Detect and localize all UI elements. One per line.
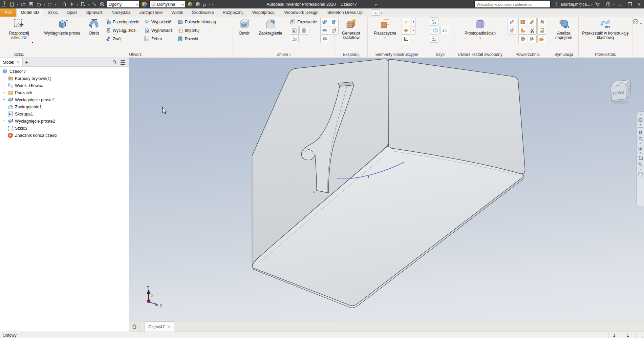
save-button[interactable] bbox=[27, 0, 35, 8]
panel-label-szkic[interactable]: Szkic bbox=[0, 51, 38, 58]
adjust-appearance-button[interactable] bbox=[186, 0, 194, 8]
search-icon[interactable] bbox=[112, 60, 117, 65]
axis-button[interactable] bbox=[402, 18, 410, 26]
combine-button[interactable] bbox=[320, 18, 329, 26]
maximize-button[interactable] bbox=[625, 0, 635, 8]
tree-item-extrusion2[interactable]: Wyciągnięcie proste2 bbox=[0, 118, 129, 125]
fit-mesh-button[interactable] bbox=[537, 18, 546, 26]
help-dropdown[interactable] bbox=[612, 2, 616, 7]
ribbon-options-dropdown[interactable] bbox=[640, 20, 642, 26]
tree-item-end-of-part[interactable]: Znacznik końca części bbox=[0, 132, 129, 139]
panel-label-powierzchnia[interactable]: Powierzchnia bbox=[506, 51, 549, 58]
extrude-button[interactable]: Wyciągnięcie proste bbox=[40, 18, 85, 36]
open-button[interactable] bbox=[19, 0, 27, 8]
tab-zarzadzanie[interactable]: Zarządzanie bbox=[135, 8, 167, 17]
appearance-combobox[interactable]: Domyślna bbox=[149, 1, 185, 8]
add-quick-access-button[interactable]: + bbox=[208, 2, 211, 7]
patch-button[interactable] bbox=[508, 18, 516, 26]
drawing-button[interactable] bbox=[79, 0, 87, 8]
help-button[interactable] bbox=[604, 0, 612, 8]
zoom-button[interactable] bbox=[637, 135, 644, 141]
undo-dropdown[interactable] bbox=[43, 2, 46, 7]
add-browser-tab-button[interactable]: + bbox=[23, 58, 31, 66]
navigation-wheel-button[interactable] bbox=[637, 117, 644, 123]
navbar-close-button[interactable] bbox=[637, 112, 644, 117]
navbar-collapse-button[interactable] bbox=[637, 171, 644, 177]
close-icon[interactable] bbox=[17, 60, 20, 65]
stress-analysis-button[interactable]: Analiza naprężeń bbox=[550, 18, 578, 40]
ruled-surface-button[interactable] bbox=[518, 26, 527, 35]
orbit-dropdown[interactable] bbox=[637, 151, 644, 154]
sketch-point[interactable] bbox=[368, 176, 369, 178]
emboss-button[interactable]: Wypukłość bbox=[144, 18, 173, 26]
sketch-driven-pattern-button[interactable] bbox=[430, 34, 438, 43]
shell-button[interactable] bbox=[290, 26, 299, 35]
trim-button[interactable] bbox=[528, 26, 537, 35]
mirror-button[interactable] bbox=[441, 26, 449, 34]
close-button[interactable] bbox=[635, 0, 644, 8]
tab-opisz[interactable]: Opisz bbox=[62, 8, 82, 17]
decal-button[interactable]: Pokrycie bitmapą bbox=[177, 18, 216, 26]
tree-item-shell1[interactable]: Skorupa1 bbox=[0, 110, 129, 118]
panel-label-zmien[interactable]: Zmień bbox=[233, 51, 335, 58]
help-search-input[interactable] bbox=[474, 1, 551, 8]
hole-button[interactable]: Otwór bbox=[234, 18, 254, 36]
user-avatar[interactable] bbox=[553, 0, 560, 8]
appearance-wheel-button[interactable] bbox=[141, 0, 148, 8]
document-tab[interactable]: Część47 bbox=[145, 321, 174, 332]
coil-button[interactable]: Zwój bbox=[105, 35, 139, 43]
panel-label-symulacja[interactable]: Symulacja bbox=[549, 51, 578, 58]
signed-in-user[interactable]: andrzej.m@ca... bbox=[560, 2, 590, 7]
sheet-metal-part[interactable] bbox=[252, 59, 525, 308]
new-file-button[interactable] bbox=[8, 0, 16, 8]
tab-skeleton-dress-up[interactable]: Skeleton Dress Up bbox=[323, 8, 367, 17]
visual-style-dropdown[interactable] bbox=[637, 168, 644, 171]
shape-generator-button[interactable]: Generator kształtów bbox=[336, 18, 366, 40]
home-tab-button[interactable] bbox=[129, 321, 140, 332]
quick-sketch-dropdown[interactable] bbox=[76, 2, 79, 7]
zoom-dropdown[interactable] bbox=[637, 142, 644, 145]
close-icon[interactable] bbox=[168, 324, 171, 329]
constraints-button[interactable] bbox=[90, 0, 98, 8]
tree-item-sketch3[interactable]: Szkic3 bbox=[0, 125, 129, 132]
tree-item-solid-bodies[interactable]: Korpusy bryłowe(1) bbox=[0, 75, 129, 82]
tab-szkic[interactable]: Szkic bbox=[43, 8, 62, 17]
rectangular-pattern-button[interactable] bbox=[430, 17, 438, 26]
thicken-button[interactable] bbox=[320, 26, 329, 35]
tab-srodowiska[interactable]: Środowiska bbox=[188, 8, 218, 17]
panel-label-freeform[interactable]: Utwórz kształt swobodny bbox=[454, 51, 506, 58]
sweep-button[interactable]: Przeciągnięcie bbox=[105, 18, 139, 26]
chamfer-button[interactable]: Fazowanie bbox=[290, 18, 317, 26]
move-bodies-button[interactable] bbox=[320, 35, 329, 43]
fillet-button[interactable]: Zaokrąglenie bbox=[254, 18, 287, 36]
parameters-button[interactable]: fx bbox=[202, 2, 208, 7]
tree-item-origin[interactable]: Początek bbox=[0, 89, 129, 96]
navigation-wheel-dropdown[interactable] bbox=[637, 123, 644, 126]
tab-plik[interactable]: Plik bbox=[0, 8, 16, 17]
view-cube[interactable]: LEWO GÓRA PRZÓD bbox=[611, 80, 631, 104]
convert-to-sheet-metal-button[interactable]: Przekształć w konstrukcję blachową bbox=[579, 18, 632, 40]
tab-widok[interactable]: Widok bbox=[167, 8, 188, 17]
panel-label-utworz[interactable]: Utwórz bbox=[38, 51, 233, 58]
surface-delete-button[interactable] bbox=[528, 35, 537, 43]
clear-appearance-button[interactable] bbox=[194, 0, 202, 8]
panel-label-elementy[interactable]: Elementy konstrukcyjne bbox=[368, 51, 426, 58]
user-dropdown[interactable] bbox=[590, 2, 594, 7]
thread-button[interactable] bbox=[299, 26, 308, 35]
ribbon-collapse-button[interactable]: ▲ bbox=[372, 8, 382, 17]
plane-button[interactable]: Płaszczyzna bbox=[369, 18, 401, 40]
tab-wspolpracuj[interactable]: Współpracuj bbox=[248, 8, 280, 17]
expand-icon[interactable] bbox=[2, 77, 6, 80]
loft-button[interactable]: Wyciąg. złoż. bbox=[105, 26, 139, 35]
home-view-button[interactable] bbox=[60, 0, 68, 8]
circular-pattern-button[interactable] bbox=[431, 26, 440, 34]
resize-grip[interactable] bbox=[635, 332, 644, 338]
boundary-button[interactable] bbox=[508, 26, 516, 35]
drawing-dropdown[interactable] bbox=[87, 2, 90, 7]
orbit-button[interactable] bbox=[637, 145, 644, 151]
3d-viewport[interactable]: LEWO GÓRA PRZÓD Y Z X bbox=[129, 58, 644, 321]
browser-menu-icon[interactable] bbox=[121, 60, 125, 65]
copy-object-button[interactable] bbox=[537, 35, 546, 43]
expand-icon[interactable] bbox=[2, 91, 6, 94]
extend-button[interactable] bbox=[528, 18, 537, 26]
